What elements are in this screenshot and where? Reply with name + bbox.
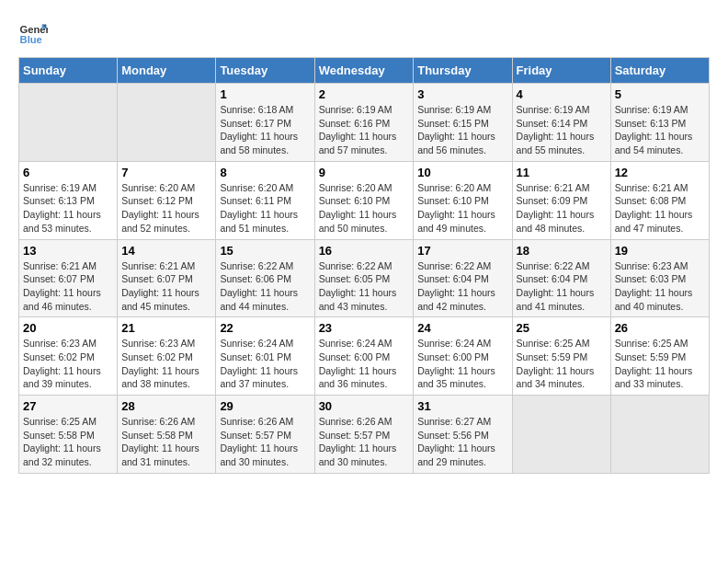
day-info: Sunrise: 6:25 AM Sunset: 5:59 PM Dayligh… bbox=[615, 337, 705, 391]
calendar-cell: 8 Sunrise: 6:20 AM Sunset: 6:11 PM Dayli… bbox=[216, 161, 314, 239]
calendar-cell: 31 Sunrise: 6:27 AM Sunset: 5:56 PM Dayl… bbox=[414, 396, 512, 474]
day-number: 2 bbox=[319, 87, 410, 101]
calendar-cell: 25 Sunrise: 6:25 AM Sunset: 5:59 PM Dayl… bbox=[512, 317, 610, 396]
day-number: 9 bbox=[319, 166, 410, 179]
calendar-cell: 26 Sunrise: 6:25 AM Sunset: 5:59 PM Dayl… bbox=[610, 317, 709, 396]
day-number: 13 bbox=[23, 244, 113, 258]
week-row-5: 27 Sunrise: 6:25 AM Sunset: 5:58 PM Dayl… bbox=[19, 396, 710, 474]
day-info: Sunrise: 6:27 AM Sunset: 5:56 PM Dayligh… bbox=[417, 415, 507, 469]
header-cell-monday: Monday bbox=[118, 58, 216, 84]
calendar-cell: 6 Sunrise: 6:19 AM Sunset: 6:13 PM Dayli… bbox=[19, 161, 118, 239]
calendar-cell: 7 Sunrise: 6:20 AM Sunset: 6:12 PM Dayli… bbox=[118, 161, 216, 239]
header-cell-friday: Friday bbox=[512, 58, 610, 84]
page-header: General Blue bbox=[18, 18, 710, 48]
calendar-cell: 4 Sunrise: 6:19 AM Sunset: 6:14 PM Dayli… bbox=[512, 84, 610, 162]
day-number: 20 bbox=[23, 321, 113, 335]
calendar-table: SundayMondayTuesdayWednesdayThursdayFrid… bbox=[18, 57, 710, 474]
calendar-cell: 17 Sunrise: 6:22 AM Sunset: 6:04 PM Dayl… bbox=[414, 239, 512, 317]
day-number: 29 bbox=[220, 399, 310, 413]
calendar-cell: 22 Sunrise: 6:24 AM Sunset: 6:01 PM Dayl… bbox=[216, 317, 314, 396]
day-info: Sunrise: 6:20 AM Sunset: 6:11 PM Dayligh… bbox=[220, 181, 310, 236]
day-info: Sunrise: 6:26 AM Sunset: 5:58 PM Dayligh… bbox=[121, 415, 211, 469]
day-info: Sunrise: 6:24 AM Sunset: 6:00 PM Dayligh… bbox=[319, 337, 410, 391]
calendar-cell: 12 Sunrise: 6:21 AM Sunset: 6:08 PM Dayl… bbox=[610, 161, 709, 239]
day-number: 3 bbox=[417, 87, 507, 101]
day-number: 15 bbox=[220, 244, 310, 258]
header-row: SundayMondayTuesdayWednesdayThursdayFrid… bbox=[19, 58, 710, 84]
calendar-cell: 28 Sunrise: 6:26 AM Sunset: 5:58 PM Dayl… bbox=[118, 396, 216, 474]
day-info: Sunrise: 6:26 AM Sunset: 5:57 PM Dayligh… bbox=[220, 415, 310, 469]
day-number: 8 bbox=[220, 166, 310, 179]
day-info: Sunrise: 6:24 AM Sunset: 6:01 PM Dayligh… bbox=[220, 337, 310, 391]
calendar-cell: 11 Sunrise: 6:21 AM Sunset: 6:09 PM Dayl… bbox=[512, 161, 610, 239]
day-number: 31 bbox=[417, 399, 507, 413]
header-cell-wednesday: Wednesday bbox=[314, 58, 414, 84]
header-cell-saturday: Saturday bbox=[610, 58, 709, 84]
calendar-cell: 14 Sunrise: 6:21 AM Sunset: 6:07 PM Dayl… bbox=[118, 239, 216, 317]
day-info: Sunrise: 6:26 AM Sunset: 5:57 PM Dayligh… bbox=[319, 415, 410, 469]
day-number: 7 bbox=[121, 166, 211, 179]
day-info: Sunrise: 6:19 AM Sunset: 6:14 PM Dayligh… bbox=[517, 103, 607, 157]
day-number: 21 bbox=[121, 321, 211, 335]
day-info: Sunrise: 6:21 AM Sunset: 6:09 PM Dayligh… bbox=[517, 181, 607, 236]
calendar-cell bbox=[19, 84, 118, 162]
day-info: Sunrise: 6:24 AM Sunset: 6:00 PM Dayligh… bbox=[417, 337, 507, 391]
day-number: 6 bbox=[23, 166, 113, 179]
calendar-cell: 5 Sunrise: 6:19 AM Sunset: 6:13 PM Dayli… bbox=[610, 84, 709, 162]
day-number: 11 bbox=[517, 166, 607, 179]
week-row-2: 6 Sunrise: 6:19 AM Sunset: 6:13 PM Dayli… bbox=[19, 161, 710, 239]
week-row-3: 13 Sunrise: 6:21 AM Sunset: 6:07 PM Dayl… bbox=[19, 239, 710, 317]
calendar-cell: 30 Sunrise: 6:26 AM Sunset: 5:57 PM Dayl… bbox=[314, 396, 414, 474]
day-info: Sunrise: 6:22 AM Sunset: 6:04 PM Dayligh… bbox=[417, 259, 507, 314]
day-number: 19 bbox=[615, 244, 705, 258]
day-info: Sunrise: 6:20 AM Sunset: 6:10 PM Dayligh… bbox=[319, 181, 410, 236]
day-info: Sunrise: 6:19 AM Sunset: 6:13 PM Dayligh… bbox=[615, 103, 705, 157]
week-row-1: 1 Sunrise: 6:18 AM Sunset: 6:17 PM Dayli… bbox=[19, 84, 710, 162]
header-cell-thursday: Thursday bbox=[414, 58, 512, 84]
calendar-cell bbox=[512, 396, 610, 474]
day-info: Sunrise: 6:23 AM Sunset: 6:03 PM Dayligh… bbox=[615, 259, 705, 314]
day-number: 1 bbox=[220, 87, 310, 101]
calendar-cell: 18 Sunrise: 6:22 AM Sunset: 6:04 PM Dayl… bbox=[512, 239, 610, 317]
day-info: Sunrise: 6:22 AM Sunset: 6:06 PM Dayligh… bbox=[220, 259, 310, 314]
day-number: 4 bbox=[517, 87, 607, 101]
day-info: Sunrise: 6:21 AM Sunset: 6:08 PM Dayligh… bbox=[615, 181, 705, 236]
calendar-cell: 16 Sunrise: 6:22 AM Sunset: 6:05 PM Dayl… bbox=[314, 239, 414, 317]
day-info: Sunrise: 6:21 AM Sunset: 6:07 PM Dayligh… bbox=[121, 259, 211, 314]
calendar-cell: 10 Sunrise: 6:20 AM Sunset: 6:10 PM Dayl… bbox=[414, 161, 512, 239]
day-number: 30 bbox=[319, 399, 410, 413]
day-number: 27 bbox=[23, 399, 113, 413]
calendar-cell: 23 Sunrise: 6:24 AM Sunset: 6:00 PM Dayl… bbox=[314, 317, 414, 396]
day-info: Sunrise: 6:25 AM Sunset: 5:58 PM Dayligh… bbox=[23, 415, 113, 469]
week-row-4: 20 Sunrise: 6:23 AM Sunset: 6:02 PM Dayl… bbox=[19, 317, 710, 396]
day-info: Sunrise: 6:22 AM Sunset: 6:05 PM Dayligh… bbox=[319, 259, 410, 314]
day-number: 16 bbox=[319, 244, 410, 258]
calendar-cell: 20 Sunrise: 6:23 AM Sunset: 6:02 PM Dayl… bbox=[19, 317, 118, 396]
day-number: 25 bbox=[517, 321, 607, 335]
day-info: Sunrise: 6:25 AM Sunset: 5:59 PM Dayligh… bbox=[517, 337, 607, 391]
calendar-cell: 3 Sunrise: 6:19 AM Sunset: 6:15 PM Dayli… bbox=[414, 84, 512, 162]
day-info: Sunrise: 6:20 AM Sunset: 6:10 PM Dayligh… bbox=[417, 181, 507, 236]
calendar-cell: 29 Sunrise: 6:26 AM Sunset: 5:57 PM Dayl… bbox=[216, 396, 314, 474]
day-info: Sunrise: 6:19 AM Sunset: 6:15 PM Dayligh… bbox=[417, 103, 507, 157]
day-number: 10 bbox=[417, 166, 507, 179]
svg-text:Blue: Blue bbox=[20, 34, 42, 45]
logo: General Blue bbox=[18, 18, 48, 48]
header-cell-tuesday: Tuesday bbox=[216, 58, 314, 84]
calendar-cell: 19 Sunrise: 6:23 AM Sunset: 6:03 PM Dayl… bbox=[610, 239, 709, 317]
day-info: Sunrise: 6:18 AM Sunset: 6:17 PM Dayligh… bbox=[220, 103, 310, 157]
day-number: 5 bbox=[615, 87, 705, 101]
day-number: 17 bbox=[417, 244, 507, 258]
day-number: 18 bbox=[517, 244, 607, 258]
day-number: 24 bbox=[417, 321, 507, 335]
calendar-cell: 15 Sunrise: 6:22 AM Sunset: 6:06 PM Dayl… bbox=[216, 239, 314, 317]
calendar-cell: 2 Sunrise: 6:19 AM Sunset: 6:16 PM Dayli… bbox=[314, 84, 414, 162]
day-number: 26 bbox=[615, 321, 705, 335]
day-number: 23 bbox=[319, 321, 410, 335]
day-info: Sunrise: 6:19 AM Sunset: 6:13 PM Dayligh… bbox=[23, 181, 113, 236]
day-info: Sunrise: 6:19 AM Sunset: 6:16 PM Dayligh… bbox=[319, 103, 410, 157]
day-number: 28 bbox=[121, 399, 211, 413]
day-info: Sunrise: 6:21 AM Sunset: 6:07 PM Dayligh… bbox=[23, 259, 113, 314]
day-number: 12 bbox=[615, 166, 705, 179]
calendar-cell: 24 Sunrise: 6:24 AM Sunset: 6:00 PM Dayl… bbox=[414, 317, 512, 396]
